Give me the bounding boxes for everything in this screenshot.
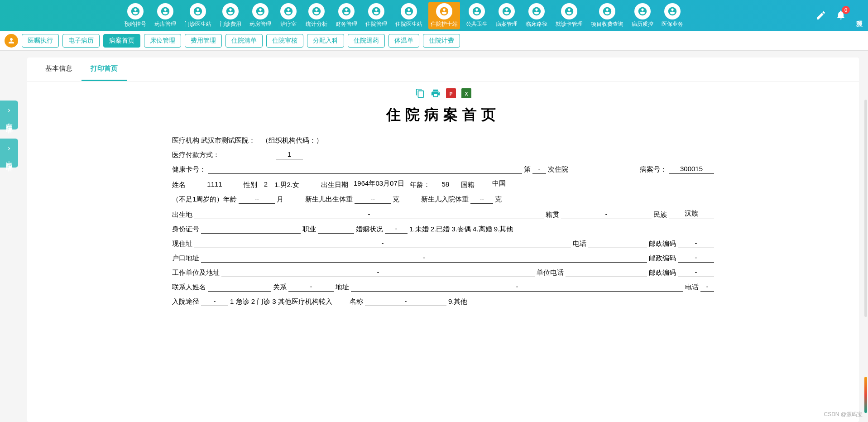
- chevron-right-icon: [6, 107, 12, 114]
- file-icon: [499, 3, 515, 19]
- birth-value: 1964年03月07日: [350, 179, 408, 189]
- marital-options: 1.未婚 2.已婚 3.丧偶 4.离婚 9.其他: [409, 225, 513, 234]
- occupation-value: [318, 232, 354, 234]
- address-label: 现住址: [172, 240, 192, 248]
- nav-label: 临床路径: [526, 20, 547, 28]
- sub-btn-2[interactable]: 病案首页: [103, 34, 140, 48]
- content-tab-0[interactable]: 基本信息: [36, 58, 82, 81]
- side-tab-0[interactable]: 在院患者: [0, 101, 18, 129]
- export-toolbar: P X: [27, 82, 859, 105]
- ethnic-label: 民族: [653, 211, 667, 219]
- infant-age-value: --: [239, 195, 275, 204]
- nav-item-6[interactable]: 统计分析: [303, 2, 330, 29]
- name-label: 姓名: [172, 181, 186, 189]
- sub-btn-6[interactable]: 住院审核: [266, 34, 303, 48]
- sub-btn-9[interactable]: 体温单: [388, 34, 419, 48]
- nav-item-3[interactable]: 门诊费用: [217, 2, 244, 29]
- gender-label: 性别: [244, 181, 257, 189]
- relation-value: -: [288, 283, 334, 292]
- sub-navigation: 医嘱执行电子病历病案首页床位管理费用管理住院清单住院审核分配入科住院退药体温单住…: [0, 31, 868, 51]
- nav-item-12[interactable]: 病案管理: [494, 2, 520, 29]
- contact-label: 联系人姓名: [172, 283, 206, 292]
- user-icon[interactable]: [5, 34, 18, 48]
- postal-label2: 邮政编码: [649, 254, 676, 263]
- nav-item-17[interactable]: 医保业务: [659, 2, 686, 29]
- content-tab-1[interactable]: 打印首页: [82, 58, 127, 81]
- quality-icon: [634, 3, 651, 19]
- admit-other: 9.其他: [448, 297, 468, 306]
- nav-label: 就诊卡管理: [556, 20, 583, 28]
- edit-icon[interactable]: [815, 10, 826, 21]
- side-tab-1[interactable]: 出院患者: [0, 139, 18, 168]
- nav-label: 公共卫生: [466, 20, 488, 28]
- hukou-value: -: [201, 254, 647, 263]
- occupation-label: 职业: [302, 225, 316, 234]
- nav-item-0[interactable]: 预约挂号: [122, 2, 149, 29]
- nav-item-1[interactable]: 药库管理: [152, 2, 178, 29]
- sub-btn-10[interactable]: 住院计费: [423, 34, 460, 48]
- admission-suffix: 次住院: [548, 165, 568, 174]
- nav-label: 项目收费查询: [591, 20, 623, 28]
- nav-item-11[interactable]: 公共卫生: [464, 2, 490, 29]
- sub-btn-8[interactable]: 住院退药: [348, 34, 385, 48]
- sub-btn-3[interactable]: 床位管理: [144, 34, 181, 48]
- nav-item-14[interactable]: 就诊卡管理: [553, 2, 585, 29]
- card-icon: [561, 3, 577, 19]
- age-value: 58: [432, 180, 459, 189]
- birthplace-value: -: [194, 210, 544, 219]
- name-value: 1111: [187, 180, 242, 189]
- hukou-label: 户口地址: [172, 254, 199, 263]
- id-value: [201, 232, 301, 234]
- postal-label3: 邮政编码: [649, 269, 676, 277]
- nav-item-10[interactable]: 住院护士站: [428, 2, 460, 29]
- main-area: 在院患者出院患者 基本信息打印首页 P X 住院病案首页 医疗机构 武汉市测试医…: [0, 51, 868, 422]
- contact-addr-value: -: [351, 283, 683, 292]
- copy-icon[interactable]: [415, 88, 425, 98]
- doctor-icon: [190, 3, 206, 19]
- watermark: CSDN @源码宝: [824, 411, 863, 418]
- work-value: -: [221, 268, 535, 277]
- docbed-icon: [401, 3, 417, 19]
- chevron-right-icon: [6, 145, 12, 152]
- infant-age-label: （不足1周岁的）年龄: [172, 195, 237, 204]
- sub-btn-1[interactable]: 电子病历: [62, 34, 100, 48]
- top-navigation: 预约挂号药库管理门诊医生站门诊费用药房管理治疗室统计分析财务管理住院管理住院医生…: [0, 0, 868, 31]
- top-right-controls: 0 管理员: [815, 10, 863, 22]
- marital-value: -: [385, 225, 408, 234]
- id-label: 身份证号: [172, 225, 199, 234]
- side-tabs: 在院患者出院患者: [0, 51, 18, 422]
- nav-item-2[interactable]: 门诊医生站: [182, 2, 214, 29]
- nav-item-7[interactable]: 财务管理: [333, 2, 360, 29]
- bed-icon: [368, 3, 384, 19]
- print-icon[interactable]: [431, 88, 441, 98]
- pdf-icon[interactable]: P: [446, 88, 456, 98]
- pill-icon: [252, 3, 269, 19]
- org-code-label: （组织机构代码：）: [262, 136, 323, 145]
- nav-item-15[interactable]: 项目收费查询: [589, 2, 626, 29]
- scrollbar-thumb[interactable]: [864, 377, 867, 413]
- calendar-icon: [127, 3, 144, 19]
- sub-btn-0[interactable]: 医嘱执行: [22, 34, 59, 48]
- nav-item-4[interactable]: 药房管理: [247, 2, 273, 29]
- ethnic-value: 汉族: [669, 209, 714, 219]
- excel-icon[interactable]: X: [461, 88, 471, 98]
- nav-item-5[interactable]: 治疗室: [277, 2, 300, 29]
- workphone-label: 单位电话: [537, 269, 564, 277]
- nav-label: 病历质控: [632, 20, 653, 28]
- nav-label: 医保业务: [662, 20, 683, 28]
- nav-item-16[interactable]: 病历质控: [629, 2, 656, 29]
- nav-item-9[interactable]: 住院医生站: [393, 2, 425, 29]
- sub-btn-5[interactable]: 住院清单: [225, 34, 263, 48]
- marital-label: 婚姻状况: [356, 225, 383, 234]
- sub-btn-7[interactable]: 分配入科: [307, 34, 344, 48]
- content-tabs: 基本信息打印首页: [27, 58, 859, 82]
- contact-phone-value: -: [700, 283, 714, 292]
- nav-item-8[interactable]: 住院管理: [363, 2, 389, 29]
- nav-label: 门诊医生站: [184, 20, 211, 28]
- gender-options: 1.男2.女: [274, 181, 299, 189]
- admit-weight-value: --: [470, 195, 493, 204]
- notification-count: 0: [842, 6, 850, 14]
- nav-item-13[interactable]: 临床路径: [523, 2, 550, 29]
- notification-bell[interactable]: 0: [835, 10, 846, 22]
- sub-btn-4[interactable]: 费用管理: [185, 34, 222, 48]
